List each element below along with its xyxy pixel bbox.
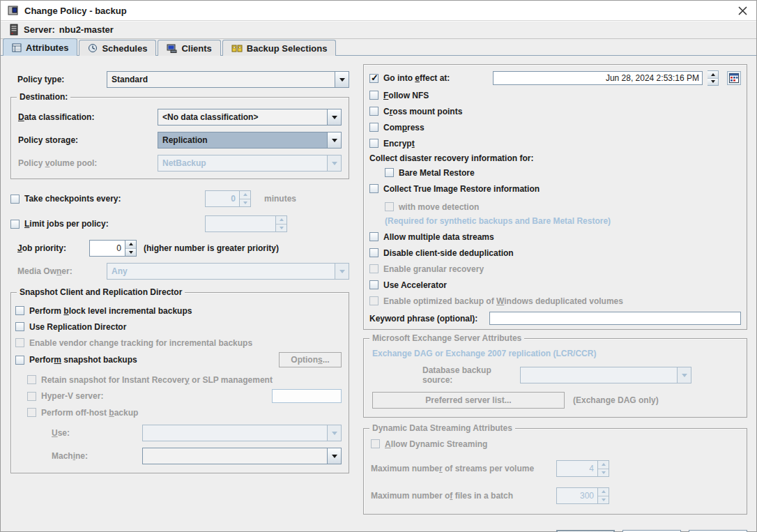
snapshot-group-title: Snapshot Client and Replication Director [17,287,185,297]
tab-backup-selections[interactable]: Backup Selections [222,40,337,56]
job-priority-hint: (higher number is greater priority) [144,243,279,253]
take-checkpoints-label: Take checkpoints every: [24,194,200,204]
go-into-effect-checkbox[interactable] [369,74,378,83]
accelerator-checkbox[interactable] [369,280,378,289]
data-classification-combo[interactable]: <No data classification> [158,109,342,126]
preferred-server-button: Preferred server list... [372,392,565,409]
db-source-combo [520,367,691,383]
keyword-field[interactable] [489,312,741,325]
chevron-down-icon[interactable] [327,448,341,464]
go-into-effect-label: Go into effect at: [383,73,488,83]
chevron-down-icon [335,264,349,279]
hyperv-checkbox [27,392,36,401]
server-label: Server: [24,24,55,35]
max-streams-label: Maximum number of streams per volume [371,464,556,473]
follow-nfs-checkbox[interactable] [369,91,378,100]
title-bar: Change Policy - backup [1,1,756,21]
accelerator-label: Use Accelerator [383,280,447,290]
allow-dynamic-streaming-checkbox [371,439,380,448]
exchange-group-title: Microsoft Exchange Server Attributes [369,333,524,343]
compress-checkbox[interactable] [369,123,378,132]
cross-mount-checkbox[interactable] [369,107,378,116]
calendar-icon[interactable] [727,71,741,85]
effective-date-field[interactable]: Jun 28, 2024 2:53:16 PM [493,71,703,85]
tab-schedules[interactable]: Schedules [79,40,156,56]
policy-storage-label: Policy storage: [18,135,158,145]
window-title: Change Policy - backup [24,6,127,16]
use-value [143,425,327,441]
hyperv-server-field [272,389,342,403]
policy-volume-pool-label: Policy volume pool: [18,158,158,168]
bare-metal-label: Bare Metal Restore [399,168,475,178]
job-priority-label: Job priority: [10,243,89,253]
options-button: Options... [279,352,342,367]
offhost-label: Perform off-host backup [41,408,138,418]
media-owner-label: Media Owner: [10,266,107,276]
multi-streams-checkbox[interactable] [369,232,378,241]
app-icon [8,5,19,16]
chevron-down-icon[interactable] [335,72,349,87]
go-into-effect-row: Go into effect at: Jun 28, 2024 2:53:16 … [369,70,741,86]
db-source-value [521,367,677,383]
block-level-checkbox[interactable] [15,306,24,315]
keyword-label: Keyword phrase (optional): [369,314,489,324]
replication-director-label: Use Replication Director [29,322,126,332]
max-files-value: 300 [557,488,597,503]
attributes-panel: Policy type: Standard Destination: Data … [1,56,756,532]
backup-selections-icon [231,44,243,53]
exchange-note: Exchange DAG or Exchange 2007 replicatio… [372,349,738,358]
max-files-spinner: 300 [556,487,609,504]
date-spinner[interactable] [708,70,719,86]
attributes-options-panel: Go into effect at: Jun 28, 2024 2:53:16 … [363,64,747,330]
take-checkpoints-row: Take checkpoints every: 0 minutes [10,190,349,207]
policy-type-combo[interactable]: Standard [107,71,349,88]
snapshot-group: Snapshot Client and Replication Director… [10,292,349,473]
true-image-checkbox[interactable] [369,184,378,193]
block-level-label: Perform block level incremental backups [29,306,192,316]
minutes-label: minutes [264,194,296,204]
chevron-down-icon [327,425,341,441]
snapshot-backups-checkbox[interactable] [15,356,24,365]
close-icon[interactable] [735,3,749,17]
max-streams-value: 4 [557,461,597,476]
media-owner-value: Any [107,264,335,279]
dds-group: Dynamic Data Streaming Attributes Allow … [363,428,747,515]
job-priority-spinner[interactable]: 0 [89,240,137,257]
granular-checkbox [369,264,378,273]
data-classification-value: <No data classification> [158,109,327,125]
policy-type-value: Standard [107,72,335,87]
exchange-group: Microsoft Exchange Server Attributes Exc… [363,338,747,418]
hyperv-label: Hyper-V server: [41,391,103,401]
tab-attributes-label: Attributes [26,43,68,53]
clock-icon [88,43,98,53]
tab-bar: Attributes Schedules Clients Backup Sele… [1,39,756,56]
tab-attributes[interactable]: Attributes [3,38,77,56]
tab-clients[interactable]: Clients [158,40,220,56]
optimized-win-label: Enable optimized backup of Windows dedup… [383,296,623,306]
offhost-machine-row: Machine: [52,448,342,464]
chevron-down-icon[interactable] [327,132,341,148]
checkpoint-minutes-value: 0 [206,191,239,206]
server-bar: Server: nbu2-master [1,21,756,39]
machine-combo[interactable] [142,448,342,464]
chevron-down-icon[interactable] [327,109,341,125]
policy-storage-combo[interactable]: Replication [158,132,342,149]
disable-dedup-checkbox[interactable] [369,248,378,257]
replication-director-checkbox[interactable] [15,322,24,331]
encrypt-checkbox[interactable] [369,139,378,148]
take-checkpoints-checkbox[interactable] [10,195,20,204]
db-source-label: Database backup source: [422,365,514,385]
limit-jobs-checkbox[interactable] [10,220,20,229]
retain-snapshot-checkbox [27,375,36,384]
tab-schedules-label: Schedules [102,43,147,54]
bare-metal-checkbox[interactable] [385,168,394,177]
retain-snapshot-label: Retain snapshot for Instant Recovery or … [41,375,273,385]
dag-only-label: (Exchange DAG only) [573,395,659,405]
tir-note: (Required for synthetic backups and Bare… [385,216,741,226]
optimized-win-checkbox [369,296,378,305]
policy-type-label: Policy type: [10,75,107,84]
granular-label: Enable granular recovery [383,264,484,274]
attributes-icon [12,43,22,52]
computer-icon [167,44,177,53]
policy-type-row: Policy type: Standard [10,71,349,88]
